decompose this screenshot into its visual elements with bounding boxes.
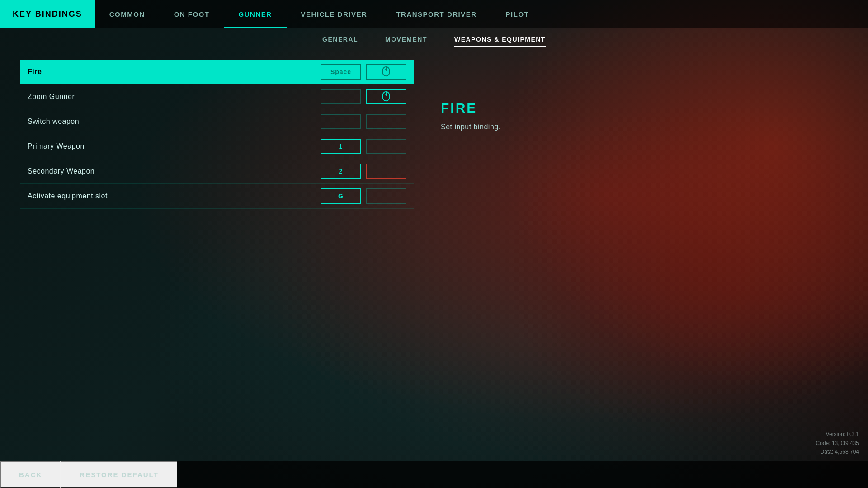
- tab-transport-driver[interactable]: TRANSPORT DRIVER: [382, 0, 491, 28]
- bottom-bar: BACK RESTORE DEFAULT: [0, 461, 868, 488]
- primary-key-switch-weapon[interactable]: [321, 114, 361, 129]
- mouse-icon-zoom: [382, 91, 391, 103]
- binding-keys-zoom-gunner: [321, 89, 406, 104]
- sub-tab-general[interactable]: GENERAL: [322, 34, 358, 45]
- binding-label-activate-equipment: Activate equipment slot: [28, 192, 321, 200]
- detail-description: Set input binding.: [441, 123, 868, 131]
- primary-key-zoom-gunner[interactable]: [321, 89, 361, 104]
- nav-tabs: COMMON ON FOOT GUNNER VEHICLE DRIVER TRA…: [95, 0, 868, 28]
- secondary-key-zoom-gunner[interactable]: [366, 89, 406, 104]
- binding-label-secondary-weapon: Secondary Weapon: [28, 167, 321, 175]
- page-title: KEY BINDINGS: [0, 0, 95, 28]
- sub-tab-weapons[interactable]: WEAPONS & EQUIPMENT: [454, 34, 546, 45]
- svg-point-2: [385, 69, 387, 70]
- version-line1: Version: 0.3.1: [816, 430, 859, 439]
- tab-pilot[interactable]: PILOT: [491, 0, 544, 28]
- sub-nav: GENERAL MOVEMENT WEAPONS & EQUIPMENT: [0, 28, 868, 51]
- binding-row-secondary-weapon[interactable]: Secondary Weapon 2: [20, 159, 414, 184]
- detail-title: FIRE: [441, 100, 868, 116]
- binding-row-switch-weapon[interactable]: Switch weapon: [20, 109, 414, 134]
- primary-key-primary-weapon[interactable]: 1: [321, 139, 361, 154]
- binding-keys-primary-weapon: 1: [321, 139, 406, 154]
- restore-default-button[interactable]: RESTORE DEFAULT: [61, 461, 177, 488]
- primary-key-fire[interactable]: Space: [321, 64, 361, 80]
- version-line2: Code: 13,039,435: [816, 439, 859, 448]
- binding-row-zoom-gunner[interactable]: Zoom Gunner: [20, 84, 414, 109]
- binding-label-fire: Fire: [28, 68, 321, 76]
- back-button[interactable]: BACK: [0, 461, 61, 488]
- svg-point-5: [385, 94, 387, 95]
- binding-keys-activate-equipment: G: [321, 188, 406, 204]
- version-info: Version: 0.3.1 Code: 13,039,435 Data: 4,…: [816, 430, 859, 456]
- secondary-key-fire[interactable]: [366, 64, 406, 80]
- binding-row-primary-weapon[interactable]: Primary Weapon 1: [20, 134, 414, 159]
- primary-key-activate-equipment[interactable]: G: [321, 188, 361, 204]
- binding-row-fire[interactable]: Fire Space: [20, 60, 414, 84]
- version-line3: Data: 4,668,704: [816, 448, 859, 456]
- secondary-key-activate-equipment[interactable]: [366, 188, 406, 204]
- mouse-icon: [382, 66, 391, 78]
- secondary-key-primary-weapon[interactable]: [366, 139, 406, 154]
- binding-row-activate-equipment[interactable]: Activate equipment slot G: [20, 184, 414, 209]
- tab-on-foot[interactable]: ON FOOT: [160, 0, 224, 28]
- binding-keys-secondary-weapon: 2: [321, 164, 406, 179]
- main-content: Fire Space Zoom Gunner: [0, 51, 868, 209]
- sub-tab-movement[interactable]: MOVEMENT: [385, 34, 427, 45]
- top-nav: KEY BINDINGS COMMON ON FOOT GUNNER VEHIC…: [0, 0, 868, 28]
- secondary-key-switch-weapon[interactable]: [366, 114, 406, 129]
- primary-key-secondary-weapon[interactable]: 2: [321, 164, 361, 179]
- bindings-table: Fire Space Zoom Gunner: [20, 60, 414, 209]
- binding-label-zoom-gunner: Zoom Gunner: [28, 93, 321, 101]
- tab-common[interactable]: COMMON: [95, 0, 160, 28]
- binding-label-primary-weapon: Primary Weapon: [28, 142, 321, 150]
- tab-gunner[interactable]: GUNNER: [224, 0, 287, 28]
- secondary-key-secondary-weapon[interactable]: [366, 164, 406, 179]
- detail-panel: FIRE Set input binding.: [441, 60, 868, 209]
- tab-vehicle-driver[interactable]: VEHICLE DRIVER: [287, 0, 382, 28]
- binding-keys-fire: Space: [321, 64, 406, 80]
- binding-keys-switch-weapon: [321, 114, 406, 129]
- binding-label-switch-weapon: Switch weapon: [28, 117, 321, 126]
